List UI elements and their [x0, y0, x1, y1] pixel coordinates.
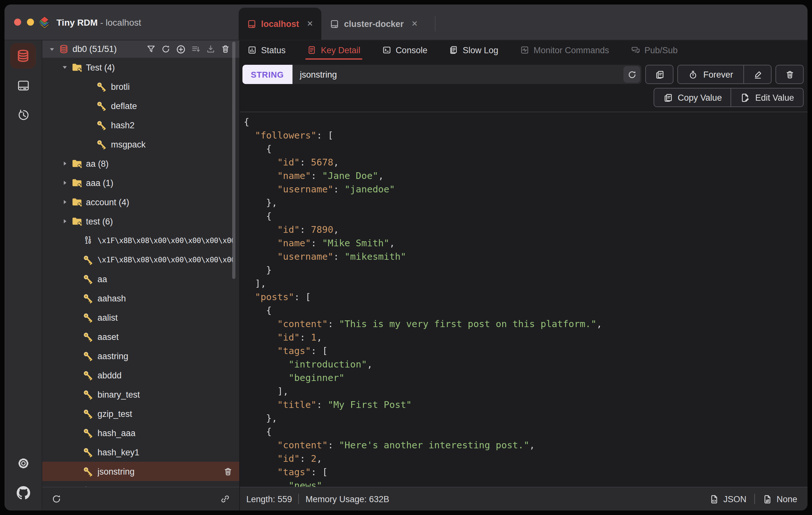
tree-key-row[interactable]: abddd: [42, 366, 239, 385]
row-trash-icon[interactable]: [223, 466, 233, 476]
ttl-label: Forever: [703, 69, 733, 79]
tree-key-row[interactable]: hash2: [42, 115, 239, 135]
view-format-selector[interactable]: JSON: [709, 494, 746, 504]
import-icon[interactable]: [206, 44, 215, 54]
tab-key-detail[interactable]: Key Detail: [308, 40, 360, 60]
tree-key-row[interactable]: hash_aaa: [42, 423, 239, 442]
tree-key-row[interactable]: aastring: [42, 346, 239, 366]
tree-key-row[interactable]: aa: [42, 269, 239, 289]
folder-key-icon: [71, 62, 83, 73]
filter-icon[interactable]: [146, 44, 156, 54]
tab-localhost[interactable]: localhost ✕: [239, 8, 322, 40]
tab-console[interactable]: Console: [382, 40, 428, 60]
tree-key-row[interactable]: gzip_test: [42, 404, 239, 423]
rename-key-button[interactable]: [743, 65, 772, 84]
reload-key-icon[interactable]: [624, 66, 640, 83]
link-icon[interactable]: [220, 494, 230, 504]
tree-item-label: hash2: [111, 120, 135, 130]
key-icon: [83, 389, 94, 400]
tree-item-label: \x1F\x8B\x08\x00\x00\x00\x00\x00...: [97, 255, 233, 264]
database-header-row[interactable]: db0 (51/51): [42, 40, 239, 58]
monitor-icon: [17, 79, 30, 92]
copy-value-button[interactable]: Copy Value: [653, 88, 731, 107]
tree-key-row[interactable]: brotli: [42, 77, 239, 96]
add-key-icon[interactable]: [176, 44, 186, 54]
tree-key-row[interactable]: hash_key1: [42, 442, 239, 462]
edit-value-label: Edit Value: [755, 93, 794, 102]
close-tab-icon[interactable]: ✕: [307, 19, 313, 28]
copy-icon: [663, 93, 672, 102]
close-window-button[interactable]: [14, 19, 21, 26]
close-tab-icon[interactable]: ✕: [411, 19, 418, 28]
key-icon: [83, 274, 94, 284]
github-button[interactable]: [10, 480, 36, 505]
connection-tabs: localhost ✕ cluster-docker ✕: [239, 8, 436, 40]
sidebar-item-databases[interactable]: [10, 43, 36, 68]
tree-key-row[interactable]: aaset: [42, 327, 239, 346]
settings-button[interactable]: [10, 450, 36, 476]
pub-sub-icon: [631, 46, 640, 55]
tree-key-row[interactable]: msgpack: [42, 135, 239, 154]
flush-db-icon[interactable]: [221, 44, 230, 54]
tree-key-row[interactable]: jsonstring: [42, 462, 239, 481]
key-type-badge: STRING: [242, 65, 292, 84]
tab-slow-log[interactable]: Slow Log: [449, 40, 498, 60]
tree-item-label: jsonstring: [97, 466, 135, 476]
tree-key-row[interactable]: aahash: [42, 289, 239, 308]
server-icon: [247, 19, 257, 29]
key-name-value: jsonstring: [300, 69, 337, 79]
key-icon: [83, 408, 94, 419]
json-editor[interactable]: { "followers": [ { "id": 5678, "name": "…: [240, 112, 808, 487]
caret-right-icon[interactable]: [62, 179, 68, 186]
tree-item-label: msgpack: [111, 140, 146, 149]
tab-cluster-docker[interactable]: cluster-docker ✕: [322, 8, 426, 40]
ttl-button[interactable]: Forever: [678, 65, 744, 84]
tree-key-row[interactable]: \x1F\x8B\x08\x00\x00\x00\x00\x00...: [42, 250, 239, 269]
tree-folder-row[interactable]: test (6): [42, 212, 239, 231]
key-icon: [96, 139, 107, 150]
tab-monitor-commands[interactable]: Monitor Commands: [520, 40, 609, 60]
key-header: STRING jsonstring Forever: [240, 60, 808, 112]
tree-item-label: Test (4): [86, 62, 115, 72]
reload-keys-icon[interactable]: [51, 494, 62, 504]
tree-key-row[interactable]: jsonstring2: [42, 481, 239, 487]
trash-icon: [785, 69, 794, 79]
key-name-input[interactable]: jsonstring: [292, 65, 642, 84]
tree-folder-row[interactable]: aaa (1): [42, 173, 239, 192]
sidebar-item-server[interactable]: [10, 73, 36, 98]
minimize-window-button[interactable]: [27, 19, 34, 26]
copy-key-button[interactable]: [645, 65, 674, 84]
edit-value-button[interactable]: Edit Value: [731, 88, 804, 107]
sort-icon[interactable]: [191, 44, 201, 54]
decode-selector[interactable]: None: [762, 494, 797, 504]
tree-item-label: aalist: [97, 313, 118, 322]
refresh-icon[interactable]: [161, 44, 171, 54]
tab-pub-sub[interactable]: Pub/Sub: [631, 40, 678, 60]
tab-label: Monitor Commands: [534, 45, 609, 55]
caret-right-icon[interactable]: [62, 199, 68, 205]
caret-right-icon[interactable]: [62, 160, 68, 167]
tree-folder-row[interactable]: Test (4): [42, 58, 239, 77]
caret-right-icon[interactable]: [62, 218, 68, 225]
tree-folder-row[interactable]: account (4): [42, 192, 239, 212]
caret-down-icon[interactable]: [62, 64, 68, 70]
tree-footer: [42, 487, 239, 511]
tree-folder-row[interactable]: aa (8): [42, 154, 239, 173]
tree-key-row[interactable]: 0110\x1F\x8B\x08\x00\x00\x00\x00\x00...: [42, 231, 239, 250]
binary-icon: 0110: [83, 236, 94, 245]
detail-panel: Status Key Detail Console Slow Log Monit…: [240, 40, 808, 511]
tab-label: Slow Log: [463, 45, 498, 55]
tree-item-label: hash_key1: [97, 447, 140, 457]
tree-key-row[interactable]: deflate: [42, 96, 239, 115]
key-icon: [83, 427, 94, 438]
caret-down-icon[interactable]: [49, 46, 55, 52]
tree-key-row[interactable]: binary_test: [42, 385, 239, 404]
tab-status[interactable]: Status: [248, 40, 286, 60]
status-separator: [754, 494, 755, 504]
key-icon: [83, 350, 94, 362]
tab-label: Pub/Sub: [644, 45, 678, 55]
delete-key-button[interactable]: [776, 65, 804, 84]
tree-scrollbar[interactable]: [232, 42, 235, 279]
tree-key-row[interactable]: aalist: [42, 308, 239, 327]
sidebar-item-history[interactable]: [10, 102, 36, 127]
